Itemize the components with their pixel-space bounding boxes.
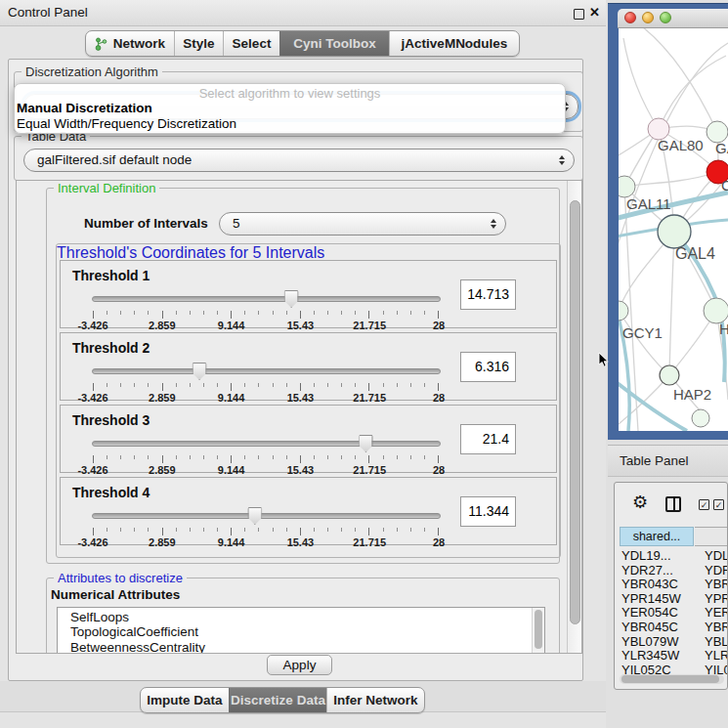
numerical-attributes-header: Numerical Attributes [51, 587, 180, 602]
node-label-hap2: HAP2 [673, 386, 711, 403]
threshold-panel: Threshold 2 -3.4262.8599.14415.4321.7152… [60, 332, 557, 401]
table-data-combobox[interactable]: galFiltered.sif default node [23, 149, 575, 172]
table-row[interactable]: YBR043CYBR0 [620, 577, 728, 591]
network-canvas[interactable]: GAL80 GA C GAL11 GAL4 GCY1 H HAP2 [619, 28, 728, 431]
threshold-label: Threshold 3 [72, 412, 150, 428]
column-layout-icon[interactable] [665, 496, 681, 512]
threshold-label: Threshold 1 [72, 268, 150, 283]
zoom-traffic-light-icon[interactable] [660, 12, 671, 23]
slider-thumb[interactable] [247, 507, 262, 525]
node-table-body: YDL19...YDL1YDR27...YDR2YBR043CYBR0YPR14… [620, 548, 728, 675]
threshold-value-box[interactable]: 6.316 [460, 352, 516, 382]
column-header-shared-name[interactable]: shared... [620, 527, 694, 546]
threshold-slider[interactable]: -3.4262.8599.14415.4321.71528 [92, 507, 439, 544]
node-gcy1[interactable] [619, 301, 628, 321]
tab-style[interactable]: Style [174, 31, 223, 56]
threshold-slider[interactable]: -3.4262.8599.14415.4321.71528 [92, 290, 439, 327]
table-row[interactable]: YDR27...YDR2 [620, 563, 728, 578]
dropdown-hint: Select algorithm to view settings [15, 84, 565, 101]
slider-track[interactable] [92, 441, 441, 447]
numerical-attributes-listbox[interactable]: SelfLoopsTopologicalCoefficientBetweenne… [57, 607, 545, 654]
attribute-item[interactable]: BetweennessCentrality [58, 640, 544, 654]
checkbox-icon[interactable]: ✓ [699, 499, 709, 510]
gear-icon[interactable]: ⚙ [632, 492, 648, 513]
table-cell: YPR1 [695, 591, 728, 606]
horizontal-scrollbar-thumb[interactable] [621, 675, 719, 683]
slider-track[interactable] [92, 368, 441, 374]
tab-infer-network[interactable]: Infer Network [326, 688, 424, 712]
vertical-scrollbar-thumb[interactable] [570, 200, 580, 624]
table-row[interactable]: YDL19...YDL1 [620, 548, 728, 563]
threshold-label: Threshold 2 [72, 340, 150, 356]
threshold-value-box[interactable]: 21.4 [460, 424, 516, 454]
list-scrollbar-thumb[interactable] [535, 610, 542, 649]
table-cell: YIL052C [620, 663, 695, 675]
slider-thumb[interactable] [359, 435, 373, 452]
table-row[interactable]: YBR045CYBR0 [620, 620, 728, 634]
node-gal4[interactable] [658, 215, 691, 248]
tick-label: 15.43 [287, 392, 315, 404]
table-row[interactable]: YLR345WYLR3 [620, 648, 728, 663]
tab-impute-data[interactable]: Impute Data [141, 688, 229, 712]
checkbox-icon[interactable]: ✓ [713, 499, 724, 510]
close-icon[interactable]: ✕ [589, 5, 600, 20]
table-row[interactable]: YBL079WYBL0 [620, 634, 728, 649]
table-panel-titlebar: Table Panel [608, 445, 728, 477]
threshold-value-box[interactable]: 11.344 [460, 496, 516, 527]
tick-label: 28 [433, 320, 445, 331]
slider-track[interactable] [92, 513, 441, 519]
table-panel-window: ⚙ ✓ ✓ shared... na YDL19...YDL1YDR27...Y… [614, 482, 728, 690]
thresholds-group: Threshold's Coordinates for 5 Intervals … [56, 243, 561, 558]
tick-label: 9.144 [218, 320, 245, 331]
node-partial-bottom[interactable] [692, 409, 709, 427]
slider-track[interactable] [92, 296, 441, 302]
control-panel: Control Panel ✕ Network Style [0, 0, 606, 728]
table-row[interactable]: YIL052CYIL0 [620, 663, 728, 675]
dropdown-item-manual-discretization[interactable]: Manual Discretization [15, 101, 565, 116]
threshold-value-box[interactable]: 14.713 [460, 279, 516, 310]
dropdown-item-equal-width-frequency[interactable]: Equal Width/Frequency Discretization [15, 116, 565, 132]
tab-cyni-toolbox[interactable]: Cyni Toolbox [279, 31, 389, 56]
slider-thumb[interactable] [193, 363, 207, 380]
tab-label: jActiveMNodules [402, 36, 508, 51]
node-gal11[interactable] [619, 176, 635, 197]
attributes-group: Attributes to discretize Numerical Attri… [46, 578, 560, 654]
tick-label: -3.426 [77, 392, 107, 404]
apply-button[interactable]: Apply [267, 655, 332, 675]
vertical-scrollbar[interactable] [567, 181, 581, 653]
number-of-intervals-combobox[interactable]: 5 [219, 212, 506, 236]
table-cell: YBL079W [620, 634, 695, 649]
threshold-panel: Threshold 1 -3.4262.8599.14415.4321.7152… [60, 260, 557, 328]
node-label-partial-low-right: H [719, 321, 728, 337]
slider-ticks [93, 311, 439, 319]
tab-label: Infer Network [333, 693, 417, 707]
tab-label: Select [233, 36, 272, 51]
attribute-item[interactable]: TopologicalCoefficient [58, 624, 544, 639]
float-window-icon[interactable] [574, 9, 584, 20]
column-header-name[interactable]: na [695, 527, 728, 546]
tick-label: -3.426 [77, 536, 107, 548]
horizontal-scrollbar[interactable] [620, 674, 724, 684]
algorithm-dropdown-popup: Select algorithm to view settings Manual… [14, 83, 566, 134]
tab-jactivemnodules[interactable]: jActiveMNodules [389, 31, 519, 56]
node-hap2[interactable] [660, 365, 679, 385]
table-row[interactable]: YER054CYER0 [620, 605, 728, 620]
bottom-tab-bar: Impute Data Discretize Data Infer Networ… [140, 687, 425, 713]
close-traffic-light-icon[interactable] [624, 12, 636, 23]
slider-thumb[interactable] [284, 290, 299, 308]
combo-arrows-icon [559, 155, 565, 165]
tab-discretize-data[interactable]: Discretize Data [229, 688, 326, 712]
tick-label: 21.715 [353, 464, 386, 476]
threshold-slider[interactable]: -3.4262.8599.14415.4321.71528 [92, 435, 439, 472]
table-cell: YLR3 [695, 648, 728, 663]
tick-label: 2.859 [149, 464, 176, 476]
tick-labels: -3.4262.8599.14415.4321.71528 [93, 536, 439, 548]
tab-network[interactable]: Network [86, 31, 174, 56]
table-row[interactable]: YPR145WYPR1 [620, 591, 728, 606]
list-scrollbar[interactable] [532, 608, 544, 654]
attribute-item[interactable]: SelfLoops [58, 610, 544, 624]
threshold-slider[interactable]: -3.4262.8599.14415.4321.71528 [92, 363, 439, 400]
minimize-traffic-light-icon[interactable] [642, 12, 654, 23]
tab-select[interactable]: Select [223, 31, 279, 56]
tick-label: 28 [433, 536, 445, 548]
